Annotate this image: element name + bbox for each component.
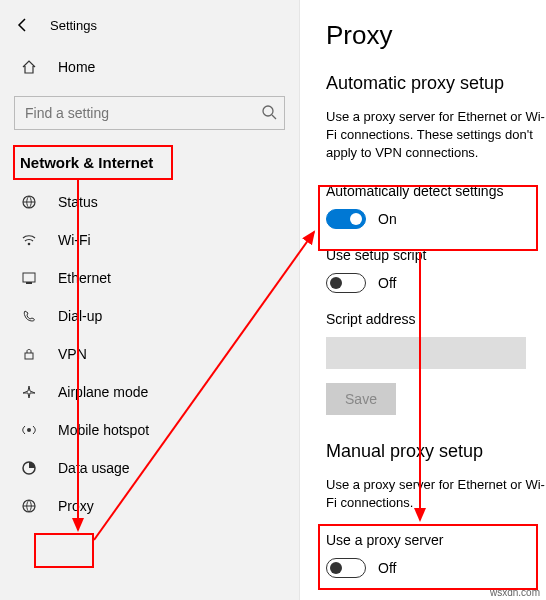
sidebar-item-label: Dial-up xyxy=(58,308,102,324)
home-item[interactable]: Home xyxy=(0,48,299,86)
status-icon xyxy=(20,193,38,211)
search-box[interactable] xyxy=(14,96,285,130)
sidebar-item-label: VPN xyxy=(58,346,87,362)
topbar: Settings xyxy=(0,10,299,44)
sidebar-item-wifi[interactable]: Wi-Fi xyxy=(0,221,299,259)
hotspot-icon xyxy=(20,421,38,439)
page-title: Proxy xyxy=(326,20,546,51)
dialup-icon xyxy=(20,307,38,325)
search-icon xyxy=(261,104,277,123)
sidebar-item-label: Status xyxy=(58,194,98,210)
svg-rect-7 xyxy=(25,353,33,359)
script-address-label: Script address xyxy=(326,311,546,327)
svg-rect-6 xyxy=(26,282,32,284)
auto-section-desc: Use a proxy server for Ethernet or Wi-Fi… xyxy=(326,108,546,163)
category-header: Network & Internet xyxy=(0,144,299,183)
use-script-toggle[interactable] xyxy=(326,273,366,293)
sidebar-item-datausage[interactable]: Data usage xyxy=(0,449,299,487)
auto-section-heading: Automatic proxy setup xyxy=(326,73,546,94)
sidebar-item-hotspot[interactable]: Mobile hotspot xyxy=(0,411,299,449)
use-script-state: Off xyxy=(378,275,396,291)
manual-section-heading: Manual proxy setup xyxy=(326,441,546,462)
content-area: Proxy Automatic proxy setup Use a proxy … xyxy=(300,0,546,600)
app-title: Settings xyxy=(50,18,97,33)
sidebar: Settings Home Network & Internet Status … xyxy=(0,0,300,600)
sidebar-item-ethernet[interactable]: Ethernet xyxy=(0,259,299,297)
sidebar-item-status[interactable]: Status xyxy=(0,183,299,221)
vpn-icon xyxy=(20,345,38,363)
use-script-label: Use setup script xyxy=(326,247,546,263)
use-proxy-label: Use a proxy server xyxy=(326,532,546,548)
use-proxy-toggle-row: Off xyxy=(326,558,546,578)
ethernet-icon xyxy=(20,269,38,287)
home-label: Home xyxy=(58,59,95,75)
auto-detect-label: Automatically detect settings xyxy=(326,183,546,199)
auto-detect-toggle[interactable] xyxy=(326,209,366,229)
svg-rect-5 xyxy=(23,273,35,282)
use-script-toggle-row: Off xyxy=(326,273,546,293)
airplane-icon xyxy=(20,383,38,401)
svg-point-8 xyxy=(27,428,31,432)
sidebar-item-label: Data usage xyxy=(58,460,130,476)
sidebar-item-dialup[interactable]: Dial-up xyxy=(0,297,299,335)
home-icon xyxy=(20,58,38,76)
sidebar-item-airplane[interactable]: Airplane mode xyxy=(0,373,299,411)
watermark: wsxdn.com xyxy=(490,587,540,598)
settings-window: Settings Home Network & Internet Status … xyxy=(0,0,546,600)
sidebar-item-label: Proxy xyxy=(58,498,94,514)
auto-detect-state: On xyxy=(378,211,397,227)
manual-section-desc: Use a proxy server for Ethernet or Wi-Fi… xyxy=(326,476,546,512)
sidebar-item-label: Mobile hotspot xyxy=(58,422,149,438)
save-button[interactable]: Save xyxy=(326,383,396,415)
category-label: Network & Internet xyxy=(20,154,153,171)
sidebar-item-label: Wi-Fi xyxy=(58,232,91,248)
svg-point-0 xyxy=(263,106,273,116)
wifi-icon xyxy=(20,231,38,249)
svg-line-1 xyxy=(272,115,276,119)
search-input[interactable] xyxy=(14,96,285,130)
back-icon[interactable] xyxy=(14,16,32,34)
sidebar-item-label: Airplane mode xyxy=(58,384,148,400)
sidebar-item-vpn[interactable]: VPN xyxy=(0,335,299,373)
auto-detect-toggle-row: On xyxy=(326,209,546,229)
proxy-icon xyxy=(20,497,38,515)
script-address-input[interactable] xyxy=(326,337,526,369)
svg-point-4 xyxy=(28,243,31,246)
sidebar-item-proxy[interactable]: Proxy xyxy=(0,487,299,525)
use-proxy-toggle[interactable] xyxy=(326,558,366,578)
use-proxy-state: Off xyxy=(378,560,396,576)
data-usage-icon xyxy=(20,459,38,477)
sidebar-item-label: Ethernet xyxy=(58,270,111,286)
